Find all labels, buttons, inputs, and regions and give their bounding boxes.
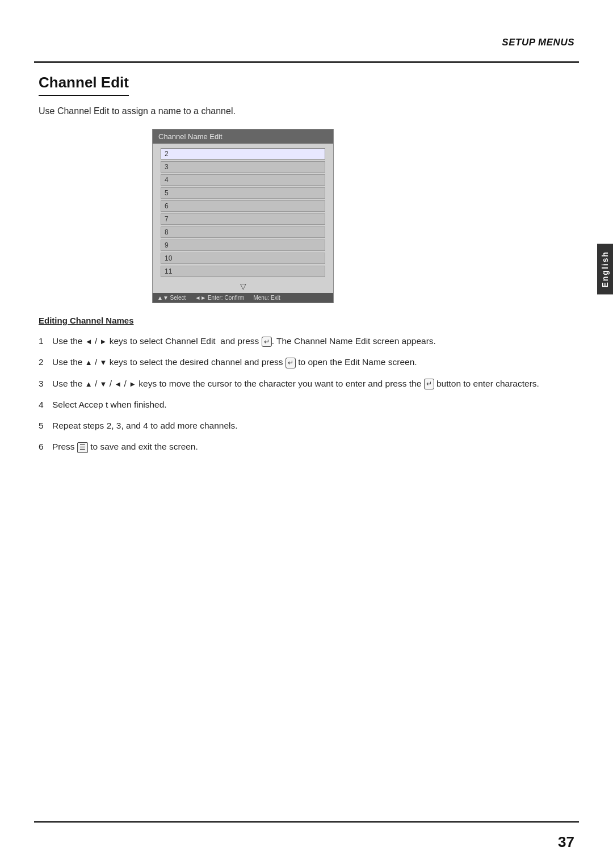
step-5-number: 5 <box>39 419 52 432</box>
channel-row-3[interactable]: 3 <box>161 161 325 173</box>
step-2: 2 Use the ▲ / ▼ keys to select the desir… <box>39 355 556 368</box>
right-key-icon-2: ► <box>129 379 136 390</box>
main-content: Channel Edit Use Channel Edit to assign … <box>39 74 556 462</box>
footer-select: ▲▼ Select <box>157 295 186 301</box>
step-1-text: Use the ◄ / ► keys to select Channel Edi… <box>52 334 556 347</box>
step-2-number: 2 <box>39 355 52 368</box>
channel-name-edit-box: Channel Name Edit 2 3 4 5 6 7 8 9 10 11 … <box>152 129 334 303</box>
scroll-down-indicator: ▽ <box>153 282 333 293</box>
enter-key-icon-3: ↵ <box>424 379 434 389</box>
channel-name-edit-title: Channel Name Edit <box>153 129 333 144</box>
page-number: 37 <box>558 833 574 851</box>
step-4-number: 4 <box>39 398 52 411</box>
left-key-icon-2: ◄ <box>114 379 121 390</box>
channel-row-2[interactable]: 2 <box>161 148 325 160</box>
section-title: Channel Edit <box>39 74 129 96</box>
footer-enter: ◄► Enter: Confirm <box>195 295 244 301</box>
enter-key-icon-2: ↵ <box>285 358 296 368</box>
step-1-number: 1 <box>39 334 52 347</box>
right-key-icon: ► <box>100 336 107 347</box>
channel-list: 2 3 4 5 6 7 8 9 10 11 <box>153 144 333 282</box>
english-tab: English <box>597 244 613 295</box>
channel-row-4[interactable]: 4 <box>161 174 325 186</box>
step-4: 4 Select Accep t when finished. <box>39 398 556 411</box>
down-key-icon: ▼ <box>100 357 107 368</box>
step-6: 6 Press ☰ to save and exit the screen. <box>39 440 556 453</box>
step-6-number: 6 <box>39 440 52 453</box>
enter-key-icon: ↵ <box>262 337 272 347</box>
up-key-icon-2: ▲ <box>85 379 93 390</box>
channel-row-9[interactable]: 9 <box>161 240 325 251</box>
step-2-text: Use the ▲ / ▼ keys to select the desired… <box>52 355 556 368</box>
setup-menus-header: SETUP MENUS <box>502 37 574 48</box>
channel-row-10[interactable]: 10 <box>161 253 325 264</box>
step-5: 5 Repeat steps 2, 3, and 4 to add more c… <box>39 419 556 432</box>
channel-row-7[interactable]: 7 <box>161 213 325 225</box>
steps-list: 1 Use the ◄ / ► keys to select Channel E… <box>39 334 556 454</box>
channel-row-5[interactable]: 5 <box>161 187 325 199</box>
left-key-icon: ◄ <box>85 336 93 347</box>
step-3: 3 Use the ▲ / ▼ / ◄ / ► keys to move the… <box>39 377 556 390</box>
down-key-icon-2: ▼ <box>100 379 107 390</box>
intro-text: Use Channel Edit to assign a name to a c… <box>39 106 556 116</box>
channel-row-6[interactable]: 6 <box>161 200 325 212</box>
editing-channel-names-heading: Editing Channel Names <box>39 316 556 325</box>
footer-menu: Menu: Exit <box>253 295 280 301</box>
step-4-text: Select Accep t when finished. <box>52 398 556 411</box>
bottom-rule <box>34 821 579 823</box>
top-rule <box>34 61 579 63</box>
step-6-text: Press ☰ to save and exit the screen. <box>52 440 556 453</box>
channel-footer: ▲▼ Select ◄► Enter: Confirm Menu: Exit <box>153 293 333 303</box>
step-1: 1 Use the ◄ / ► keys to select Channel E… <box>39 334 556 347</box>
channel-row-8[interactable]: 8 <box>161 227 325 238</box>
channel-row-11[interactable]: 11 <box>161 266 325 277</box>
menu-key-icon: ☰ <box>77 442 88 453</box>
step-3-number: 3 <box>39 377 52 390</box>
step-3-text: Use the ▲ / ▼ / ◄ / ► keys to move the c… <box>52 377 556 390</box>
step-5-text: Repeat steps 2, 3, and 4 to add more cha… <box>52 419 556 432</box>
up-key-icon: ▲ <box>85 357 93 368</box>
